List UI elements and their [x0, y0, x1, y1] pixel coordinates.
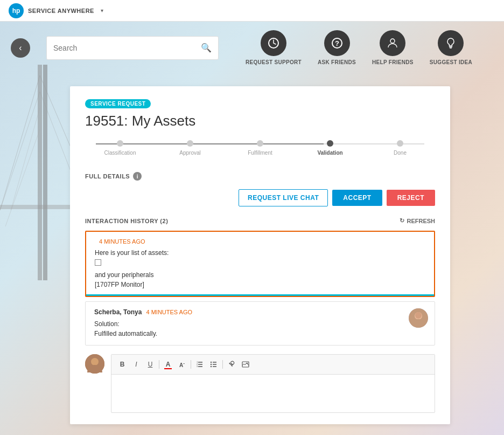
svg-line-7: [5, 129, 40, 226]
message-1-line4: [1707FP Monitor]: [95, 280, 425, 289]
suggest-idea-label: SUGGEST IDEA: [430, 59, 472, 65]
search-icon: 🔍: [201, 43, 212, 53]
request-live-chat-button[interactable]: REQUEST LIVE CHAT: [239, 189, 328, 206]
request-support-button[interactable]: REQUEST SUPPORT: [246, 30, 302, 65]
request-title: 19551: My Assets: [85, 113, 435, 129]
editor-bold-button[interactable]: B: [116, 358, 129, 371]
full-details-row: FULL DETAILS i: [85, 172, 435, 181]
interaction-history-header: INTERACTION HISTORY (2) ↻ REFRESH: [85, 217, 435, 224]
svg-text:?: ?: [335, 39, 339, 47]
editor-font-size-button[interactable]: A-: [176, 358, 188, 371]
message-1-time: 4 MINUTES AGO: [99, 238, 145, 245]
step-dot-fulfillment: [257, 140, 263, 147]
full-details-info-icon[interactable]: i: [133, 172, 142, 181]
ask-friends-label: ASK FRIENDS: [318, 59, 356, 65]
svg-point-19: [91, 358, 99, 365]
editor-separator-2: [191, 360, 191, 369]
step-label-done: Done: [394, 150, 407, 156]
editor-separator-3: [222, 360, 223, 369]
svg-rect-0: [38, 65, 42, 280]
search-box: 🔍: [46, 36, 219, 60]
avatar-image: [409, 308, 428, 328]
search-input[interactable]: [53, 44, 201, 52]
ask-friends-button[interactable]: ? ASK FRIENDS: [318, 30, 356, 65]
svg-point-31: [211, 366, 212, 367]
top-nav: hp SERVICE ANYWHERE ▾: [0, 0, 504, 22]
request-support-label: REQUEST SUPPORT: [246, 59, 302, 65]
actions-row: REQUEST LIVE CHAT ACCEPT REJECT: [85, 189, 435, 206]
svg-point-12: [390, 39, 395, 43]
message-1-square: [95, 259, 101, 266]
refresh-icon: ↻: [400, 217, 404, 224]
message-card-2: Scherba, Tonya 4 MINUTES AGO Solution: F…: [85, 301, 435, 346]
hp-logo-icon: hp: [9, 3, 24, 18]
service-name-label: SERVICE ANYWHERE: [28, 8, 94, 14]
help-friends-button[interactable]: HELP FRIENDS: [372, 30, 414, 65]
editor-underline-button[interactable]: U: [144, 358, 157, 371]
svg-point-17: [415, 312, 422, 319]
svg-rect-1: [43, 65, 47, 280]
editor-italic-button[interactable]: I: [130, 358, 143, 371]
service-request-badge: SERVICE REQUEST: [85, 99, 151, 108]
svg-line-2: [0, 75, 40, 210]
main-panel: SERVICE REQUEST 19551: My Assets Classif…: [70, 86, 450, 424]
hp-logo[interactable]: hp SERVICE ANYWHERE ▾: [9, 3, 103, 18]
ask-friends-icon: ?: [324, 30, 350, 56]
reject-button[interactable]: REJECT: [387, 190, 435, 206]
service-dropdown-arrow[interactable]: ▾: [101, 8, 103, 13]
help-friends-label: HELP FRIENDS: [372, 59, 414, 65]
step-approval: Approval: [155, 140, 225, 156]
message-2-body: Solution: Fulfilled automatically.: [94, 319, 426, 339]
editor-toolbar: B I U A A- 123: [111, 355, 435, 375]
step-classification: Classification: [85, 140, 155, 156]
message-1-body: Here is your list of assets: and your pe…: [95, 248, 425, 289]
step-label-approval: Approval: [179, 150, 200, 156]
message-1-line1: Here is your list of assets:: [95, 248, 425, 258]
back-button[interactable]: ‹: [11, 38, 30, 58]
svg-text:3: 3: [197, 365, 198, 368]
step-done: Done: [365, 140, 435, 156]
request-support-icon: [261, 30, 286, 56]
step-label-validation: Validation: [317, 150, 342, 156]
message-2-line1: Solution:: [94, 319, 399, 329]
editor-unordered-list-button[interactable]: [207, 358, 220, 371]
avatar-tonya: [409, 308, 428, 328]
editor-font-color-button[interactable]: A: [162, 358, 174, 371]
progress-tracker: Classification Approval Fulfillment Vali…: [85, 140, 435, 156]
step-fulfillment: Fulfillment: [225, 140, 295, 156]
editor-link-button[interactable]: [225, 358, 238, 371]
message-1-accent: [86, 294, 434, 296]
svg-point-33: [247, 363, 248, 364]
svg-point-30: [211, 364, 212, 365]
help-friends-icon: [380, 30, 405, 56]
suggest-idea-button[interactable]: SUGGEST IDEA: [430, 30, 472, 65]
refresh-label: REFRESH: [407, 218, 435, 224]
accept-button[interactable]: ACCEPT: [332, 190, 382, 206]
step-dot-validation: [327, 140, 333, 147]
step-label-fulfillment: Fulfillment: [248, 150, 272, 156]
interaction-history-title: INTERACTION HISTORY (2): [85, 218, 168, 224]
step-dot-done: [397, 140, 403, 147]
full-details-label[interactable]: FULL DETAILS: [85, 173, 130, 179]
message-2-time: 4 MINUTES AGO: [146, 309, 192, 315]
step-label-classification: Classification: [104, 150, 136, 156]
refresh-button[interactable]: ↻ REFRESH: [400, 217, 435, 224]
editor-ordered-list-button[interactable]: 123: [193, 358, 206, 371]
editor-separator-1: [159, 360, 159, 369]
action-buttons: REQUEST SUPPORT ? ASK FRIENDS HELP FRIEN…: [246, 30, 472, 65]
progress-steps: Classification Approval Fulfillment Vali…: [85, 140, 435, 156]
step-validation: Validation: [295, 140, 365, 156]
editor-content-area[interactable]: [111, 375, 435, 412]
reply-editor: B I U A A- 123: [111, 354, 435, 413]
back-icon: ‹: [19, 43, 22, 53]
message-2-line2: Fulfilled automatically.: [94, 329, 399, 339]
svg-line-4: [0, 92, 40, 210]
suggest-idea-icon: [438, 30, 464, 56]
step-dot-approval: [187, 140, 193, 147]
toolbar-area: ‹ 🔍 REQUEST SUPPORT ? ASK FRIENDS: [0, 22, 504, 65]
message-card-1: 4 MINUTES AGO Here is your list of asset…: [85, 231, 435, 297]
reply-avatar: [85, 354, 104, 374]
reply-area: B I U A A- 123: [85, 354, 435, 413]
message-2-sender: Scherba, Tonya: [94, 308, 142, 316]
editor-image-button[interactable]: [239, 358, 252, 371]
